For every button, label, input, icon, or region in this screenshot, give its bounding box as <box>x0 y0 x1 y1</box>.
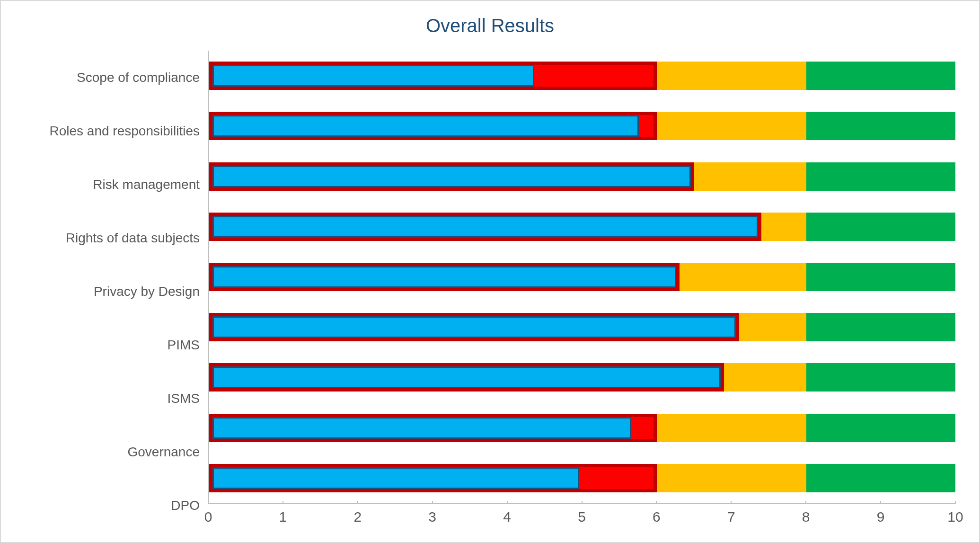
value-bar <box>212 366 721 388</box>
zone-green <box>806 263 955 291</box>
zone-amber <box>657 62 806 90</box>
bar-row <box>209 162 955 191</box>
bar-row <box>209 363 955 392</box>
x-tick-label: 9 <box>877 509 885 525</box>
y-axis-label: Risk management <box>20 184 200 185</box>
y-axis-label: Rights of data subjects <box>20 238 200 238</box>
zone-green <box>806 62 955 90</box>
zone-amber <box>657 112 806 140</box>
y-axis-label: Scope of compliance <box>20 77 200 78</box>
bar-row <box>209 263 955 291</box>
y-axis-label: PIMS <box>20 345 200 346</box>
zone-green <box>806 414 955 442</box>
x-tick-mark <box>805 501 806 504</box>
zone-green <box>806 464 955 492</box>
bar-row <box>209 313 955 341</box>
value-bar <box>212 316 736 338</box>
bars-container <box>209 51 955 503</box>
x-tick-label: 0 <box>204 509 212 525</box>
x-tick-label: 8 <box>802 509 810 525</box>
x-tick-label: 5 <box>578 509 586 525</box>
value-bar <box>212 166 691 187</box>
x-tick-mark <box>880 501 881 504</box>
value-bar <box>212 115 639 137</box>
value-bar <box>212 467 579 489</box>
x-tick-mark <box>955 501 956 504</box>
x-tick-label: 3 <box>428 509 436 525</box>
value-bar <box>212 417 631 439</box>
x-tick-mark <box>656 501 657 504</box>
zone-green <box>806 213 955 241</box>
bar-row <box>209 112 955 140</box>
y-axis-label: Governance <box>20 452 200 453</box>
plot-and-axis: 012345678910 <box>208 51 955 533</box>
x-axis: 012345678910 <box>208 504 955 533</box>
value-bar <box>212 266 676 288</box>
x-tick-mark <box>731 501 732 504</box>
bar-row <box>209 414 955 442</box>
chart-title: Overall Results <box>15 15 965 36</box>
chart-frame: Overall Results Scope of complianceRoles… <box>0 0 980 543</box>
x-tick-label: 7 <box>727 509 735 525</box>
zone-green <box>806 162 955 191</box>
zone-green <box>806 363 955 392</box>
x-tick-mark <box>357 501 358 504</box>
plot-zone: Scope of complianceRoles and responsibil… <box>15 51 965 533</box>
x-tick-label: 4 <box>503 509 511 525</box>
bar-row <box>209 213 955 241</box>
y-axis-label: Privacy by Design <box>20 291 200 292</box>
y-axis-labels: Scope of complianceRoles and responsibil… <box>20 51 208 533</box>
zone-amber <box>657 414 806 442</box>
bar-row <box>209 464 955 492</box>
x-tick-mark <box>507 501 508 504</box>
zone-green <box>806 313 955 341</box>
x-tick-mark <box>208 501 209 504</box>
x-tick-mark <box>432 501 433 504</box>
x-tick-label: 10 <box>947 509 963 525</box>
x-tick-label: 6 <box>653 509 661 525</box>
x-tick-label: 1 <box>279 509 287 525</box>
value-bar <box>212 65 534 87</box>
plot-area <box>208 51 955 504</box>
x-tick-label: 2 <box>353 509 362 525</box>
x-tick-mark <box>283 501 283 504</box>
y-axis-label: Roles and responsibilities <box>20 131 200 131</box>
zone-green <box>806 112 955 140</box>
bar-row <box>209 62 955 90</box>
y-axis-label: ISMS <box>20 399 200 399</box>
y-axis-label: DPO <box>20 506 200 506</box>
x-tick-mark <box>582 501 583 504</box>
zone-amber <box>657 464 806 492</box>
value-bar <box>212 216 758 238</box>
